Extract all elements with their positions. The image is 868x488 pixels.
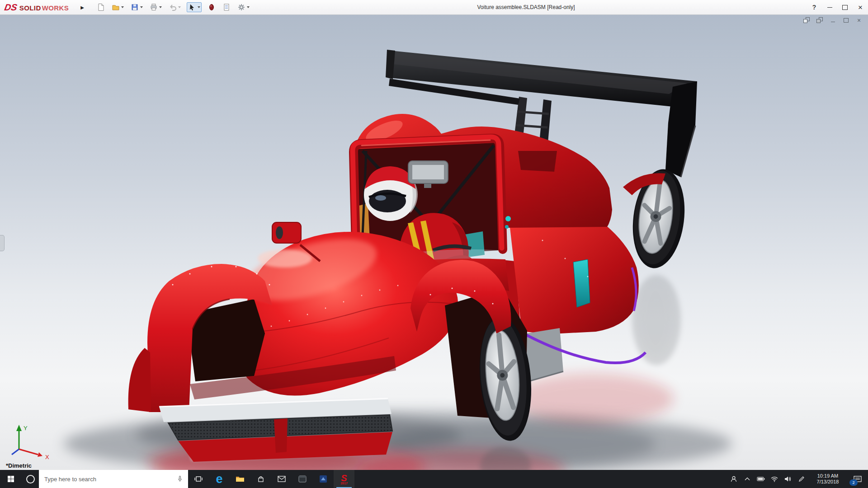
windows-start-icon — [7, 475, 14, 483]
undo-button[interactable] — [168, 2, 182, 12]
save-button[interactable] — [130, 2, 144, 12]
battery-icon — [757, 477, 765, 481]
y-axis-arrow — [16, 425, 22, 431]
taskbar-mail-button[interactable] — [271, 470, 292, 488]
windows-ink-button[interactable] — [795, 470, 808, 488]
y-axis-label: Y — [24, 425, 28, 432]
edge-icon: e — [216, 473, 222, 485]
menu-flyout-arrow[interactable]: ▶ — [80, 5, 84, 10]
blue-cube-icon — [319, 475, 327, 483]
print-button[interactable] — [149, 2, 163, 12]
child-maximize-button[interactable] — [842, 17, 849, 23]
feature-panel-collapse-tab[interactable] — [0, 235, 5, 251]
taskbar-edge-button[interactable]: e — [209, 470, 230, 488]
action-center-button[interactable]: 2 — [847, 470, 868, 488]
tray-overflow-button[interactable] — [741, 470, 754, 488]
print-icon — [150, 3, 158, 11]
chevron-up-icon — [745, 477, 750, 481]
undo-icon — [169, 3, 177, 11]
help-icon: ? — [812, 4, 816, 11]
titlebar: DS SOLID WORKS ▶ — [0, 0, 868, 15]
clock-time: 10:19 AM — [817, 473, 838, 479]
maximize-button[interactable] — [837, 0, 853, 14]
wifi-icon — [771, 476, 778, 482]
terminal-window-icon — [298, 475, 307, 483]
undo-dropdown-caret[interactable] — [178, 6, 181, 8]
battery-button[interactable] — [754, 470, 768, 488]
save-floppy-icon — [131, 3, 139, 11]
rebuild-button[interactable] — [207, 2, 217, 12]
people-button[interactable] — [727, 470, 741, 488]
select-tool-button[interactable] — [187, 2, 202, 12]
system-tray: 10:19 AM 7/13/2018 2 — [727, 470, 868, 488]
solidworks-window: DS SOLID WORKS ▶ — [0, 0, 868, 488]
brand-solid-text: SOLID — [19, 4, 41, 12]
window-cascade-icon[interactable] — [816, 17, 823, 23]
clock-date: 7/13/2018 — [817, 479, 839, 485]
file-explorer-icon — [236, 475, 245, 483]
taskbar-clock[interactable]: 10:19 AM 7/13/2018 — [808, 470, 847, 488]
taskbar-solidworks-button[interactable]: S 2017 — [334, 470, 354, 488]
taskbar-search — [39, 470, 188, 488]
child-close-icon: × — [857, 17, 861, 23]
window-restore-icon[interactable] — [803, 17, 810, 23]
rearview-mirror — [408, 161, 448, 188]
new-document-icon — [97, 3, 105, 11]
microphone-icon[interactable] — [176, 475, 184, 483]
window-controls: ? × — [807, 0, 868, 14]
rebuild-icon — [208, 3, 216, 11]
volume-button[interactable] — [781, 470, 795, 488]
close-icon: × — [858, 4, 863, 11]
options-button[interactable] — [236, 2, 250, 12]
help-button[interactable]: ? — [807, 0, 822, 14]
save-dropdown-caret[interactable] — [140, 6, 143, 8]
x-axis-label: X — [45, 454, 49, 460]
z-axis-line — [12, 449, 19, 455]
speaker-icon — [784, 476, 792, 482]
document-title: Voiture assemblee.SLDASM [Read-only] — [477, 4, 575, 10]
cortana-button[interactable] — [22, 470, 39, 488]
view-orientation-label: *Dimetric — [6, 462, 32, 469]
child-minimize-button[interactable] — [829, 17, 836, 23]
search-input[interactable] — [43, 475, 173, 483]
print-dropdown-caret[interactable] — [159, 6, 162, 8]
child-close-button[interactable]: × — [855, 17, 863, 23]
taskbar-file-explorer-button[interactable] — [230, 470, 250, 488]
orientation-triad: Y X — [4, 423, 53, 461]
brand-works-text: WORKS — [42, 4, 69, 12]
start-button[interactable] — [0, 470, 22, 488]
open-button[interactable] — [111, 2, 125, 12]
quick-access-toolbar — [96, 2, 250, 12]
file-properties-button[interactable] — [222, 2, 231, 12]
x-axis-arrow — [38, 452, 42, 457]
taskbar-blue-app-button[interactable] — [313, 470, 334, 488]
task-view-icon — [194, 475, 203, 483]
ds-logo-icon: DS — [4, 2, 18, 13]
network-button[interactable] — [768, 470, 781, 488]
notification-badge: 2 — [849, 479, 858, 486]
teal-sensor — [505, 216, 511, 221]
minimize-icon — [827, 7, 832, 8]
teal-sensor-small — [505, 225, 509, 229]
new-document-button[interactable] — [96, 2, 106, 12]
close-button[interactable]: × — [853, 0, 868, 14]
graphics-area: × Y X *Dimetric — [0, 14, 868, 470]
taskbar-terminal-button[interactable] — [292, 470, 313, 488]
minimize-button[interactable] — [822, 0, 837, 14]
file-properties-icon — [222, 3, 231, 11]
solidworks-app-icon: S 2017 — [340, 474, 348, 485]
select-dropdown-caret[interactable] — [198, 6, 200, 8]
select-cursor-icon — [188, 3, 196, 11]
pen-icon — [798, 476, 805, 482]
gear-icon — [237, 3, 245, 11]
front-splitter — [159, 399, 392, 462]
options-dropdown-caret[interactable] — [247, 6, 250, 8]
mail-icon — [278, 476, 286, 482]
open-dropdown-caret[interactable] — [121, 6, 124, 8]
3d-model-viewport[interactable] — [0, 14, 868, 470]
cortana-icon — [26, 475, 35, 483]
store-icon — [257, 475, 264, 483]
taskbar-store-button[interactable] — [250, 470, 271, 488]
document-window-controls: × — [803, 17, 863, 23]
task-view-button[interactable] — [188, 470, 209, 488]
